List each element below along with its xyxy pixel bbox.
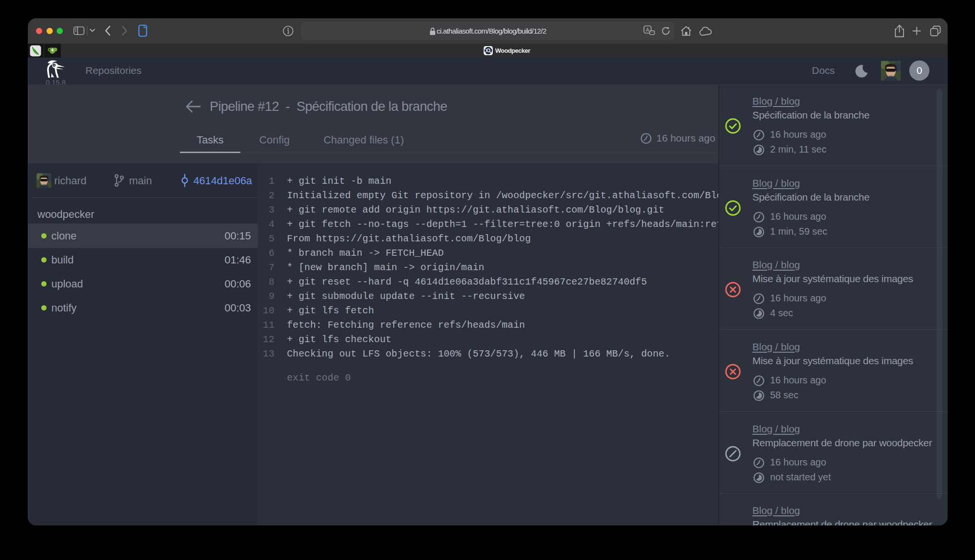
svg-text:A: A — [646, 27, 649, 33]
